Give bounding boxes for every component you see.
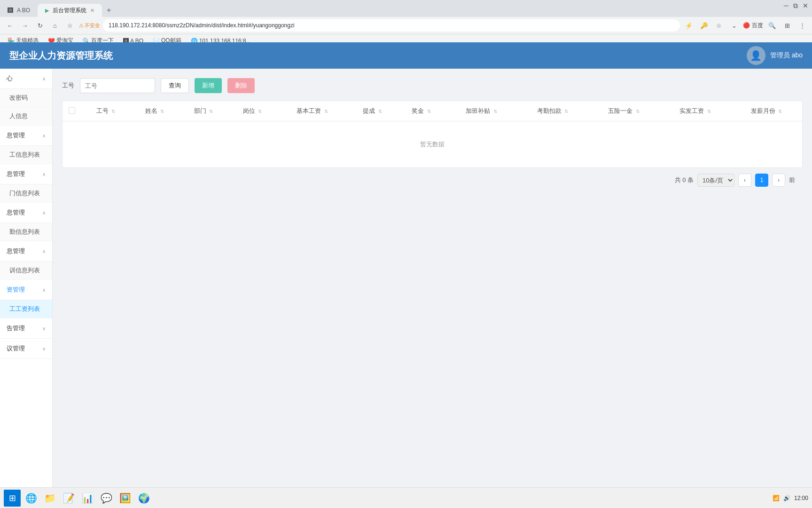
tab-abo-favicon: 🅰 (8, 7, 13, 14)
sidebar-item-meeting-mgmt[interactable]: 议管理 ∨ (0, 339, 52, 359)
menu-icon[interactable]: ⋮ (796, 19, 808, 32)
sort-pay-month-icon[interactable]: ⇅ (778, 109, 782, 114)
sidebar-item-dept-mgmt[interactable]: 息管理 ∧ (0, 164, 52, 184)
taskbar-start-button[interactable]: ⊞ (4, 490, 21, 507)
sidebar-item-employee-list[interactable]: 工信息列表 (0, 146, 52, 164)
star-icon[interactable]: ☆ (713, 19, 725, 32)
add-button[interactable]: 新增 (195, 78, 222, 93)
sidebar-item-attendance-list[interactable]: 勤信息列表 (0, 223, 52, 241)
col-dept: 部门 ⇅ (179, 101, 228, 121)
tab-admin[interactable]: ▶ 后台管理系统 ✕ (38, 4, 102, 17)
query-button[interactable]: 查询 (161, 78, 189, 93)
sidebar-item-employee-mgmt[interactable]: 息管理 ∧ (0, 126, 52, 146)
sidebar-item-attendance-mgmt[interactable]: 息管理 ∧ (0, 203, 52, 223)
chevron-up-icon-3: ∧ (42, 172, 46, 177)
col-employee-id: 工号 ⇅ (81, 101, 130, 121)
col-name: 姓名 ⇅ (130, 101, 179, 121)
network-icon: 📶 (773, 495, 780, 501)
col-insurance: 五险一金 ⇅ (588, 101, 660, 121)
taskbar-wechat-icon[interactable]: 💬 (98, 490, 115, 507)
col-position: 岗位 ⇅ (228, 101, 277, 121)
tab-abo[interactable]: 🅰 A BO (0, 4, 38, 17)
chevron-down-icon-7: ∨ (42, 326, 46, 331)
clock: 12:00 (794, 495, 808, 501)
tab-abo-label: A BO (17, 7, 30, 14)
search-icon[interactable]: 🔍 (766, 19, 778, 32)
page-size-select[interactable]: 10条/页 20条/页 50条/页 (697, 174, 734, 187)
sidebar-item-training-mgmt[interactable]: 息管理 ∧ (0, 241, 52, 262)
window-close-icon[interactable]: ✕ (803, 2, 808, 10)
search-input[interactable] (80, 78, 155, 93)
sort-overtime-icon[interactable]: ⇅ (493, 109, 497, 114)
sidebar-item-dept-list[interactable]: 门信息列表 (0, 184, 52, 203)
baidu-btn[interactable]: 🔴百度 (743, 22, 763, 30)
window-restore-icon[interactable]: ⧉ (793, 2, 798, 10)
chevron-down-icon-8: ∨ (42, 346, 46, 351)
address-bar[interactable] (103, 19, 680, 32)
goto-label: 前 (789, 176, 795, 184)
taskbar-system-tray: 📶 🔊 12:00 (773, 495, 808, 501)
sort-attendance-icon[interactable]: ⇅ (564, 109, 568, 114)
taskbar-folder-icon[interactable]: 📁 (41, 490, 58, 507)
sidebar-item-salary-list[interactable]: 工工资列表 (0, 300, 52, 318)
sidebar-item-training-list[interactable]: 训信息列表 (0, 262, 52, 280)
nav-back-button[interactable]: ← (4, 19, 16, 32)
prev-page-button[interactable]: ‹ (738, 174, 751, 187)
sort-dept-icon[interactable]: ⇅ (209, 109, 213, 114)
taskbar-browser-icon[interactable]: 🌍 (135, 490, 152, 507)
col-commission: 提成 ⇅ (348, 101, 397, 121)
extensions-icon[interactable]: ⚡ (683, 19, 695, 32)
tab-close-icon[interactable]: ✕ (90, 8, 94, 14)
taskbar-excel-icon[interactable]: 📊 (79, 490, 96, 507)
taskbar-photo-icon[interactable]: 🖼️ (117, 490, 133, 507)
next-page-button[interactable]: › (772, 174, 785, 187)
admin-label: 管理员 abo (770, 51, 803, 60)
toolbar: 工号 查询 新增 删除 (62, 78, 803, 93)
avatar: 👤 (747, 46, 765, 65)
sort-position-icon[interactable]: ⇅ (258, 109, 262, 114)
taskbar-ie-icon[interactable]: 🌐 (23, 490, 39, 507)
delete-button[interactable]: 删除 (227, 78, 255, 93)
chevron-up-icon-4: ∧ (42, 210, 46, 215)
sort-bonus-icon[interactable]: ⇅ (427, 109, 431, 114)
chevron-down-icon[interactable]: ⌄ (728, 19, 740, 32)
select-all-checkbox[interactable] (69, 107, 75, 114)
sort-base-salary-icon[interactable]: ⇅ (324, 109, 328, 114)
sort-employee-id-icon[interactable]: ⇅ (111, 109, 115, 114)
page-1-button[interactable]: 1 (755, 174, 768, 187)
app-title: 型企业人力资源管理系统 (9, 49, 113, 62)
main-content: 工号 查询 新增 删除 (53, 69, 812, 508)
new-tab-button[interactable]: + (102, 4, 116, 17)
window-minimize-icon[interactable]: ─ (784, 2, 789, 10)
grid-icon[interactable]: ⊞ (781, 19, 793, 32)
sidebar-item-personal-info[interactable]: 人信息 (0, 107, 52, 126)
salary-table: 工号 ⇅ 姓名 ⇅ 部门 ⇅ (62, 101, 803, 168)
sort-actual-salary-icon[interactable]: ⇅ (707, 109, 711, 114)
col-bonus: 奖金 ⇅ (397, 101, 445, 121)
sidebar-item-salary-mgmt[interactable]: 资管理 ∧ (0, 280, 52, 300)
col-attendance-deduct: 考勤扣款 ⇅ (517, 101, 588, 121)
chevron-up-icon-5: ∧ (42, 249, 46, 254)
empty-row: 暂无数据 (62, 121, 802, 168)
security-warning: ⚠不安全 (79, 22, 100, 29)
pagination: 共 0 条 10条/页 20条/页 50条/页 ‹ 1 › 前 (62, 168, 803, 192)
sort-insurance-icon[interactable]: ⇅ (636, 109, 640, 114)
nav-bookmark-button[interactable]: ☆ (64, 19, 76, 32)
total-count: 共 0 条 (675, 176, 694, 184)
nav-reload-button[interactable]: ↻ (34, 19, 46, 32)
sidebar-item-change-password[interactable]: 改密码 (0, 89, 52, 107)
header-right: 👤 管理员 abo (747, 46, 803, 65)
sort-commission-icon[interactable]: ⇅ (378, 109, 382, 114)
sidebar-item-notice-mgmt[interactable]: 告管理 ∨ (0, 318, 52, 339)
password-manager-icon[interactable]: 🔑 (698, 19, 710, 32)
tab-admin-favicon: ▶ (45, 8, 49, 14)
chevron-up-icon-2: ∧ (42, 133, 46, 138)
search-label: 工号 (62, 81, 74, 90)
nav-home-button[interactable]: ⌂ (49, 19, 61, 32)
taskbar-word-icon[interactable]: 📝 (60, 490, 77, 507)
chevron-up-icon-6: ∧ (42, 287, 46, 293)
nav-forward-button[interactable]: → (19, 19, 31, 32)
sidebar-item-home[interactable]: 心 ∧ (0, 69, 52, 89)
chevron-up-icon: ∧ (42, 76, 46, 81)
sort-name-icon[interactable]: ⇅ (160, 109, 164, 114)
